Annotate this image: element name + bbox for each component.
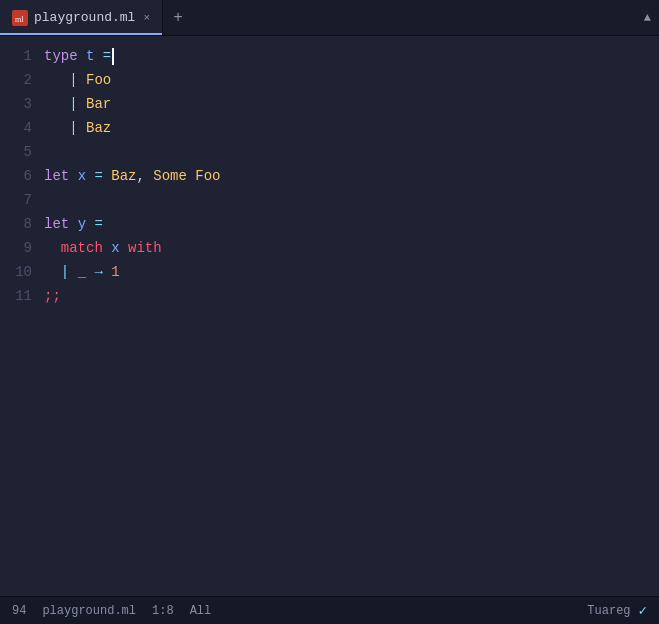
code-line-1: type t =	[44, 44, 659, 68]
token-t: t	[86, 44, 94, 68]
token-with: with	[128, 236, 162, 260]
token-Foo-2: Foo	[195, 164, 220, 188]
code-line-8: let y =	[44, 212, 659, 236]
code-line-6: let x = Baz , Some Foo	[44, 164, 659, 188]
token-eq: =	[103, 44, 111, 68]
code-line-10: | _ → 1	[44, 260, 659, 284]
code-line-4: | Baz	[44, 116, 659, 140]
token-Some: Some	[153, 164, 187, 188]
tab-playground-ml[interactable]: ml playground.ml ×	[0, 0, 163, 35]
code-line-7	[44, 188, 659, 212]
token-Baz-1: Baz	[86, 116, 111, 140]
editor-area: 1 2 3 4 5 6 7 8 9 10 11 type t = | Foo	[0, 36, 659, 596]
status-view: All	[190, 604, 212, 618]
line-num-3: 3	[8, 92, 32, 116]
status-line-col: 1:8	[152, 604, 174, 618]
line-num-6: 6	[8, 164, 32, 188]
status-check-icon: ✓	[639, 602, 647, 619]
token-let-1: let	[44, 164, 69, 188]
token-Bar: Bar	[86, 92, 111, 116]
token-x-2: x	[111, 236, 119, 260]
line-num-4: 4	[8, 116, 32, 140]
line-numbers: 1 2 3 4 5 6 7 8 9 10 11	[0, 36, 44, 596]
token-Baz-2: Baz	[111, 164, 136, 188]
code-line-9: match x with	[44, 236, 659, 260]
status-bar: 94 playground.ml 1:8 All Tuareg ✓	[0, 596, 659, 624]
text-cursor	[112, 48, 114, 65]
code-line-2: | Foo	[44, 68, 659, 92]
line-num-8: 8	[8, 212, 32, 236]
token-eq-3: =	[94, 212, 102, 236]
status-encoding: 94	[12, 604, 26, 618]
token-let-2: let	[44, 212, 69, 236]
code-line-3: | Bar	[44, 92, 659, 116]
token-match: match	[61, 236, 103, 260]
new-tab-button[interactable]: +	[163, 0, 193, 35]
token-arrow: →	[94, 260, 102, 284]
svg-text:ml: ml	[15, 15, 24, 24]
token-pipe-10: |	[61, 260, 69, 284]
token-y: y	[78, 212, 86, 236]
file-icon: ml	[12, 10, 28, 26]
token-semicolons: ;;	[44, 284, 61, 308]
tab-bar: ml playground.ml × + ▲	[0, 0, 659, 36]
cursor-icon-area: ▲	[644, 11, 659, 25]
tab-close-button[interactable]: ×	[143, 12, 150, 24]
line-num-9: 9	[8, 236, 32, 260]
status-mode: Tuareg	[587, 604, 630, 618]
token-eq-2: =	[94, 164, 102, 188]
token-type-kw: type	[44, 44, 78, 68]
token-Foo-1: Foo	[86, 68, 111, 92]
line-num-2: 2	[8, 68, 32, 92]
token-pipe-4: |	[69, 116, 77, 140]
token-x: x	[78, 164, 86, 188]
code-editor[interactable]: type t = | Foo | Bar | Baz	[44, 36, 659, 596]
code-line-11: ;;	[44, 284, 659, 308]
line-num-7: 7	[8, 188, 32, 212]
status-filename: playground.ml	[42, 604, 136, 618]
token-pipe-3: |	[69, 92, 77, 116]
line-num-5: 5	[8, 140, 32, 164]
tab-filename: playground.ml	[34, 10, 135, 25]
code-line-5	[44, 140, 659, 164]
line-num-11: 11	[8, 284, 32, 308]
token-1: 1	[111, 260, 119, 284]
token-pipe-2: |	[69, 68, 77, 92]
line-num-1: 1	[8, 44, 32, 68]
status-right-area: Tuareg ✓	[587, 602, 647, 619]
token-wildcard: _	[78, 260, 86, 284]
line-num-10: 10	[8, 260, 32, 284]
